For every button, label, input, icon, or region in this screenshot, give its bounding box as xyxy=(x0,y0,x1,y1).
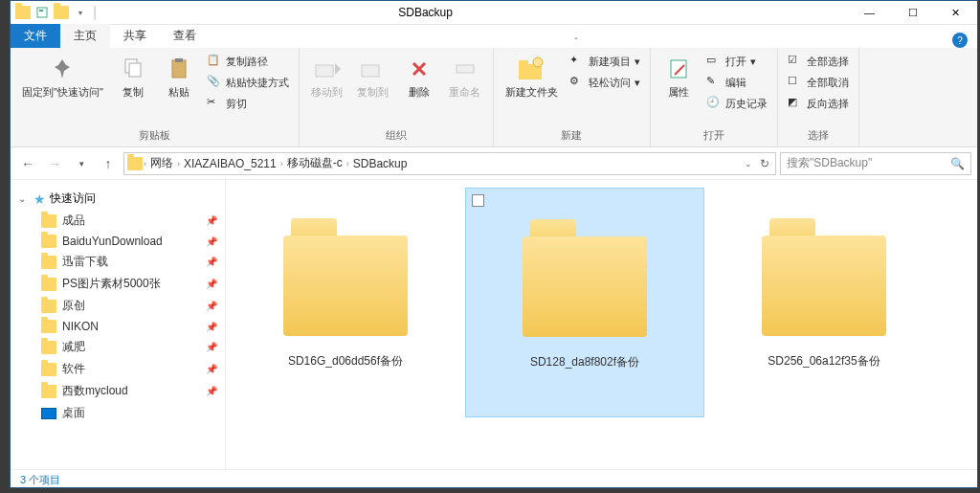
selectnone-icon: ☐ xyxy=(788,75,803,90)
quick-access-header[interactable]: ⌄ ★ 快速访问 xyxy=(14,188,221,210)
navigation-pane: ⌄ ★ 快速访问 成品📌BaiduYunDownload📌迅雷下载📌PS图片素材… xyxy=(11,180,226,469)
select-all-button[interactable]: ☑全部选择 xyxy=(786,52,851,71)
shortcut-icon: 📎 xyxy=(207,75,222,90)
folder-name: SD256_06a12f35备份 xyxy=(768,353,880,370)
delete-button[interactable]: 删除 xyxy=(399,52,439,101)
properties-button[interactable]: 属性 xyxy=(658,52,699,101)
sidebar-item[interactable]: 软件📌 xyxy=(14,358,221,380)
new-item-button[interactable]: ✦新建项目 ▾ xyxy=(568,52,642,71)
help-icon[interactable]: ? xyxy=(952,33,968,48)
folder-icon xyxy=(41,363,56,376)
minimize-button[interactable]: ― xyxy=(848,1,891,25)
breadcrumb[interactable]: › 网络› XIAZAIBAO_5211› 移动磁盘-c› SDBackup ⌄… xyxy=(123,152,776,175)
pin-icon: 📌 xyxy=(206,386,217,396)
organize-group-label: 组织 xyxy=(307,126,485,145)
invert-selection-button[interactable]: ◩反向选择 xyxy=(786,94,851,113)
sidebar-item-desktop[interactable]: 桌面 xyxy=(14,402,221,424)
history-icon: 🕘 xyxy=(706,96,722,111)
breadcrumb-item[interactable]: SDBackup xyxy=(349,157,412,170)
delete-icon xyxy=(404,54,434,84)
breadcrumb-item[interactable]: 移动磁盘-c xyxy=(283,155,346,171)
select-none-button[interactable]: ☐全部取消 xyxy=(786,73,851,92)
checkbox[interactable] xyxy=(472,194,484,207)
qat-dropdown-icon[interactable]: ▾ xyxy=(72,4,89,21)
breadcrumb-item[interactable]: XIAZAIBAO_5211 xyxy=(180,157,280,170)
folder-item[interactable]: SD16G_d06dd56f备份 xyxy=(226,188,465,417)
recent-dropdown[interactable]: ▾ xyxy=(70,152,93,175)
up-button[interactable]: ↑ xyxy=(97,152,120,175)
explorer-window: ▾ | SDBackup ― ☐ ✕ 文件 主页 共享 查看 ˆ ? 固定到"快… xyxy=(10,0,978,488)
sidebar-item[interactable]: NIKON📌 xyxy=(14,317,221,336)
copy-icon xyxy=(118,54,148,84)
paste-shortcut-button[interactable]: 📎粘贴快捷方式 xyxy=(205,73,291,92)
sidebar-item[interactable]: BaiduYunDownload📌 xyxy=(14,232,221,251)
ribbon-collapse-icon[interactable]: ˆ xyxy=(574,37,577,48)
forward-button[interactable]: → xyxy=(43,152,66,175)
folder-item[interactable]: SD128_da8f802f备份 xyxy=(465,188,704,417)
copy-path-button[interactable]: 📋复制路径 xyxy=(205,52,291,71)
svg-rect-6 xyxy=(316,65,333,77)
tab-home[interactable]: 主页 xyxy=(60,24,110,48)
svg-rect-7 xyxy=(362,65,379,77)
sidebar-item[interactable]: 减肥📌 xyxy=(14,336,221,358)
search-icon[interactable]: 🔍 xyxy=(950,157,965,170)
pin-icon xyxy=(47,54,78,84)
pin-icon: 📌 xyxy=(206,322,217,332)
folder-icon xyxy=(126,155,144,172)
tab-view[interactable]: 查看 xyxy=(160,24,210,48)
tab-file[interactable]: 文件 xyxy=(11,24,60,48)
sidebar-item[interactable]: 西数mycloud📌 xyxy=(14,380,221,402)
properties-qat-icon[interactable] xyxy=(33,4,51,21)
address-dropdown-icon[interactable]: ⌄ xyxy=(745,159,752,168)
maximize-button[interactable]: ☐ xyxy=(891,1,934,25)
close-button[interactable]: ✕ xyxy=(934,1,977,25)
svg-rect-5 xyxy=(175,58,183,62)
pin-to-quick-access-button[interactable]: 固定到"快速访问" xyxy=(18,52,107,101)
folder-item[interactable]: SD256_06a12f35备份 xyxy=(704,188,944,417)
rename-button[interactable]: 重命名 xyxy=(445,52,485,101)
move-to-button[interactable]: 移动到 xyxy=(307,52,347,101)
organize-group: 移动到 复制到 删除 重命名 组织 xyxy=(300,48,494,146)
folder-qat-icon[interactable] xyxy=(53,4,70,21)
svg-rect-0 xyxy=(37,8,47,17)
sidebar-item[interactable]: 迅雷下载📌 xyxy=(14,251,221,273)
properties-icon xyxy=(663,54,694,84)
search-input[interactable]: 搜索"SDBackup" 🔍 xyxy=(780,152,971,175)
tab-share[interactable]: 共享 xyxy=(110,24,160,48)
new-folder-button[interactable]: 新建文件夹 xyxy=(501,52,562,101)
title-bar: ▾ | SDBackup ― ☐ ✕ xyxy=(11,1,977,25)
copy-to-button[interactable]: 复制到 xyxy=(353,52,393,101)
paste-button[interactable]: 粘贴 xyxy=(159,52,199,101)
new-group-label: 新建 xyxy=(501,126,642,145)
history-button[interactable]: 🕘历史记录 xyxy=(704,94,769,113)
pin-icon: 📌 xyxy=(206,257,217,267)
pin-icon: 📌 xyxy=(206,342,217,352)
easy-access-button[interactable]: ⚙轻松访问 ▾ xyxy=(568,73,642,92)
pin-icon: 📌 xyxy=(206,364,217,374)
sidebar-item[interactable]: 成品📌 xyxy=(14,210,221,232)
edit-button[interactable]: ✎编辑 xyxy=(704,73,769,92)
svg-rect-1 xyxy=(39,10,43,11)
folder-icon xyxy=(41,214,56,228)
folder-icon xyxy=(41,256,56,269)
ribbon-tabs: 文件 主页 共享 查看 ˆ ? xyxy=(11,25,977,48)
easyaccess-icon: ⚙ xyxy=(569,75,585,90)
window-title: SDBackup xyxy=(99,6,848,19)
folder-icon xyxy=(14,4,32,21)
breadcrumb-item[interactable]: 网络 xyxy=(146,155,177,171)
cut-button[interactable]: ✂剪切 xyxy=(205,94,291,113)
open-group: 属性 ▭打开 ▾ ✎编辑 🕘历史记录 打开 xyxy=(651,48,778,146)
sidebar-item[interactable]: 原创📌 xyxy=(14,295,221,317)
clipboard-group-label: 剪贴板 xyxy=(18,126,291,145)
open-button[interactable]: ▭打开 ▾ xyxy=(704,52,769,71)
folder-icon xyxy=(41,385,56,398)
copy-button[interactable]: 复制 xyxy=(113,52,153,101)
folder-icon xyxy=(41,235,56,248)
select-group: ☑全部选择 ☐全部取消 ◩反向选择 选择 xyxy=(778,48,859,146)
back-button[interactable]: ← xyxy=(16,152,39,175)
item-count: 3 个项目 xyxy=(20,473,60,487)
search-placeholder: 搜索"SDBackup" xyxy=(787,155,872,171)
refresh-icon[interactable]: ↻ xyxy=(760,157,769,170)
desktop-icon xyxy=(41,408,56,419)
sidebar-item[interactable]: PS图片素材5000张📌 xyxy=(14,273,221,295)
